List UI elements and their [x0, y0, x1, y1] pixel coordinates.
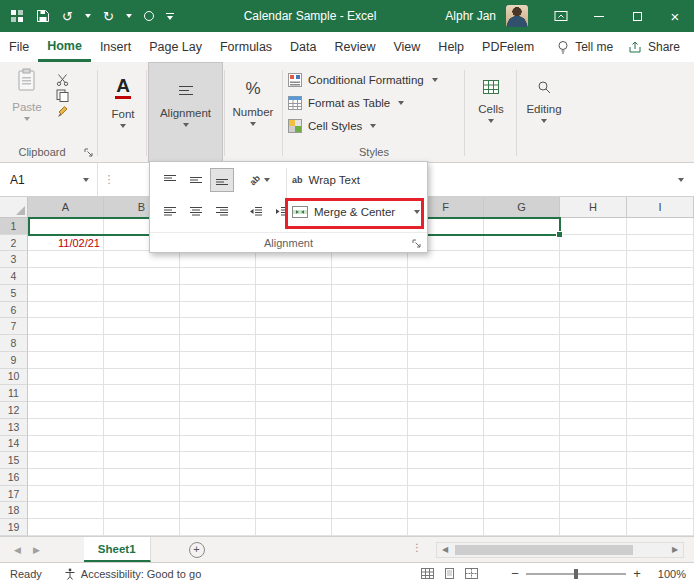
cell-F9[interactable]: [408, 352, 484, 369]
cell-D8[interactable]: [256, 335, 332, 352]
tab-view[interactable]: View: [384, 32, 429, 62]
row-header-9[interactable]: 9: [0, 352, 28, 369]
minimize-button[interactable]: [580, 0, 618, 32]
cell-A19[interactable]: [28, 519, 104, 536]
align-center-button[interactable]: [184, 200, 208, 224]
cell-D9[interactable]: [256, 352, 332, 369]
cell-A15[interactable]: [28, 452, 104, 469]
user-avatar[interactable]: [506, 5, 528, 27]
accessibility-status[interactable]: Accessibility: Good to go: [64, 568, 201, 580]
cell-B5[interactable]: [104, 285, 180, 302]
cell-D15[interactable]: [256, 452, 332, 469]
cell-G3[interactable]: [484, 251, 560, 268]
tab-file[interactable]: File: [0, 32, 38, 62]
cell-E4[interactable]: [332, 268, 408, 285]
tab-page-layout[interactable]: Page Lay: [140, 32, 211, 62]
cell-I16[interactable]: [627, 469, 694, 486]
row-header-7[interactable]: 7: [0, 318, 28, 335]
cell-C18[interactable]: [180, 502, 256, 519]
cell-styles-button[interactable]: Cell Styles: [288, 115, 376, 136]
cell-E18[interactable]: [332, 502, 408, 519]
cell-D7[interactable]: [256, 318, 332, 335]
cell-H11[interactable]: [560, 385, 627, 402]
merge-center-button[interactable]: Merge & Center: [292, 200, 420, 224]
scroll-right-icon[interactable]: ▶: [667, 545, 683, 554]
column-header-I[interactable]: I: [627, 197, 694, 218]
cell-G2[interactable]: [484, 235, 560, 252]
cell-C17[interactable]: [180, 486, 256, 503]
cell-F14[interactable]: [408, 436, 484, 453]
undo-icon[interactable]: ↺: [62, 10, 73, 23]
normal-view-icon[interactable]: [416, 565, 438, 583]
paste-button[interactable]: Paste: [5, 66, 49, 121]
cell-C7[interactable]: [180, 318, 256, 335]
cut-icon[interactable]: [52, 71, 72, 87]
maximize-button[interactable]: [618, 0, 656, 32]
cell-G8[interactable]: [484, 335, 560, 352]
cell-C10[interactable]: [180, 369, 256, 386]
cell-C3[interactable]: [180, 251, 256, 268]
column-header-A[interactable]: A: [28, 197, 104, 218]
cell-E17[interactable]: [332, 486, 408, 503]
merge-center-chevron-icon[interactable]: [414, 210, 420, 214]
tab-review[interactable]: Review: [325, 32, 384, 62]
row-header-11[interactable]: 11: [0, 385, 28, 402]
cell-D18[interactable]: [256, 502, 332, 519]
cell-F15[interactable]: [408, 452, 484, 469]
tab-splitter-icon[interactable]: ⋮: [412, 542, 422, 553]
cell-G9[interactable]: [484, 352, 560, 369]
cell-F18[interactable]: [408, 502, 484, 519]
cell-A9[interactable]: [28, 352, 104, 369]
cell-I3[interactable]: [627, 251, 694, 268]
cell-I18[interactable]: [627, 502, 694, 519]
cell-H6[interactable]: [560, 302, 627, 319]
cell-A8[interactable]: [28, 335, 104, 352]
tab-formulas[interactable]: Formulas: [211, 32, 281, 62]
cell-A17[interactable]: [28, 486, 104, 503]
cell-G7[interactable]: [484, 318, 560, 335]
cell-C13[interactable]: [180, 419, 256, 436]
ribbon-display-options-icon[interactable]: [542, 0, 580, 32]
cell-C16[interactable]: [180, 469, 256, 486]
number-group-button[interactable]: % Number: [227, 68, 279, 126]
format-painter-icon[interactable]: [52, 103, 72, 119]
cell-C8[interactable]: [180, 335, 256, 352]
tab-insert[interactable]: Insert: [91, 32, 140, 62]
cell-G12[interactable]: [484, 402, 560, 419]
clipboard-dialog-launcher-icon[interactable]: [82, 146, 94, 158]
align-top-button[interactable]: [158, 168, 182, 192]
cell-G13[interactable]: [484, 419, 560, 436]
cell-C11[interactable]: [180, 385, 256, 402]
conditional-formatting-button[interactable]: Conditional Formatting: [288, 69, 438, 90]
cell-C6[interactable]: [180, 302, 256, 319]
cell-G11[interactable]: [484, 385, 560, 402]
cell-I10[interactable]: [627, 369, 694, 386]
cell-G1[interactable]: [484, 218, 560, 235]
row-header-16[interactable]: 16: [0, 469, 28, 486]
cell-F13[interactable]: [408, 419, 484, 436]
cell-D5[interactable]: [256, 285, 332, 302]
tab-data[interactable]: Data: [281, 32, 325, 62]
cell-H7[interactable]: [560, 318, 627, 335]
row-header-19[interactable]: 19: [0, 519, 28, 536]
cell-D14[interactable]: [256, 436, 332, 453]
tell-me-box[interactable]: Tell me: [557, 40, 613, 54]
cell-H14[interactable]: [560, 436, 627, 453]
name-box[interactable]: A1: [0, 163, 98, 196]
cell-E8[interactable]: [332, 335, 408, 352]
cell-F6[interactable]: [408, 302, 484, 319]
zoom-out-button[interactable]: −: [508, 566, 522, 581]
cell-I19[interactable]: [627, 519, 694, 536]
format-as-table-button[interactable]: Format as Table: [288, 92, 404, 113]
cell-G15[interactable]: [484, 452, 560, 469]
increase-indent-button[interactable]: [270, 200, 294, 224]
cell-B14[interactable]: [104, 436, 180, 453]
row-header-14[interactable]: 14: [0, 436, 28, 453]
align-middle-button[interactable]: [184, 168, 208, 192]
scroll-left-icon[interactable]: ◀: [437, 545, 453, 554]
row-header-17[interactable]: 17: [0, 486, 28, 503]
cell-H16[interactable]: [560, 469, 627, 486]
cell-B8[interactable]: [104, 335, 180, 352]
font-group-button[interactable]: A Font: [101, 68, 145, 128]
cell-A1[interactable]: [28, 218, 104, 235]
